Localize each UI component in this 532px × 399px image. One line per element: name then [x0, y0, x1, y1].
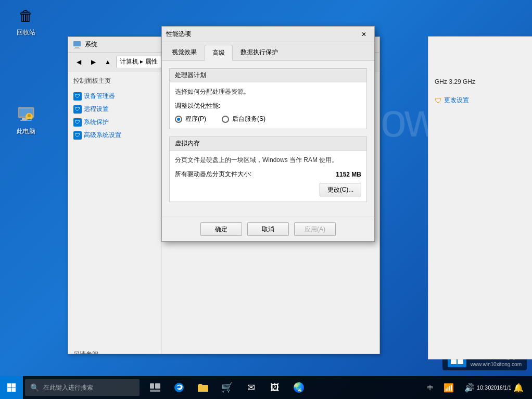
radio-background-label: 后台服务(S) [232, 115, 265, 123]
radio-background-circle [222, 116, 229, 123]
edge-icon [174, 382, 184, 393]
tab-visual-effects[interactable]: 视觉效果 [164, 44, 205, 60]
taskbar-extra[interactable]: 🌏 [287, 376, 310, 399]
recycle-bin-icon: 🗑 [16, 5, 36, 26]
processor-desc: 选择如何分配处理器资源。 [175, 88, 361, 96]
system-window-icon [72, 40, 82, 49]
dialog-titlebar: 性能选项 ✕ [162, 27, 374, 42]
svg-rect-15 [150, 390, 160, 392]
tab-advanced[interactable]: 高级 [205, 45, 233, 61]
processor-section: 处理器计划 选择如何分配处理器资源。 调整以优化性能: 程序(P) 后台服务(S… [169, 68, 367, 129]
change-settings-link[interactable]: 🛡 更改设置 [435, 96, 526, 105]
windows-logo-icon [7, 383, 16, 392]
this-pc-icon [16, 104, 36, 125]
search-icon: 🔍 [30, 383, 39, 392]
vm-section-content: 分页文件是硬盘上的一块区域，Windows 当作 RAM 使用。 所有驱动器总分… [170, 151, 366, 202]
taskbar-clock[interactable]: 10:30 2016/1/1 [481, 376, 507, 399]
svg-rect-10 [12, 383, 16, 388]
taskbar-file-explorer[interactable] [192, 376, 214, 399]
desktop-icon-this-pc[interactable]: 此电脑 [8, 104, 44, 136]
tab-dep[interactable]: 数据执行保护 [233, 44, 286, 60]
address-text: 计算机 ▸ 属性 [120, 57, 158, 66]
clock-time: 10:30 [477, 384, 491, 391]
taskbar-notification[interactable]: 🔔 [509, 376, 528, 399]
see-also-title: 另请参阅 [73, 350, 156, 354]
taskbar-icons: 🛒 ✉ 🖼 🌏 [144, 376, 310, 399]
vm-section-header: 虚拟内存 [170, 137, 366, 151]
win10-subtitle: www.win10xitong.com [471, 361, 522, 367]
shield-icon-3: 🛡 [73, 131, 82, 140]
search-bar[interactable]: 🔍 在此键入进行搜索 [25, 379, 140, 396]
back-button[interactable]: ◀ [72, 56, 85, 68]
change-settings-label: 更改设置 [444, 96, 469, 105]
svg-rect-14 [155, 383, 160, 389]
this-pc-label: 此电脑 [17, 127, 35, 136]
radio-programs-label: 程序(P) [185, 115, 206, 123]
svg-rect-6 [73, 41, 81, 46]
perf-dialog: 性能选项 ✕ 视觉效果 高级 数据执行保护 处理器计划 选择如何分配处理器资源。… [161, 26, 375, 242]
processor-section-content: 选择如何分配处理器资源。 调整以优化性能: 程序(P) 后台服务(S) [170, 82, 366, 129]
svg-rect-13 [150, 383, 154, 389]
radio-programs-circle [175, 116, 182, 123]
shield-icon-1: 🛡 [73, 105, 82, 114]
clock-date: 2016/1/1 [491, 384, 511, 391]
taskbar-task-view[interactable] [144, 376, 167, 399]
svg-point-5 [28, 114, 31, 117]
svg-rect-8 [74, 48, 80, 48]
dialog-body: 处理器计划 选择如何分配处理器资源。 调整以优化性能: 程序(P) 后台服务(S… [162, 61, 374, 217]
taskbar-mail[interactable]: ✉ [239, 376, 262, 399]
window-sidebar: 控制面板主页 🛡 设备管理器 🛡 远程设置 🛡 系统保护 🛡 高级系统设置 [68, 71, 162, 354]
taskbar-right: 中 📶 🔊 10:30 2016/1/1 🔔 [423, 376, 532, 399]
sidebar-link-label-2: 系统保护 [84, 118, 109, 127]
taskbar-edge-browser[interactable] [168, 376, 191, 399]
vm-desc: 分页文件是硬盘上的一块区域，Windows 当作 RAM 使用。 [175, 156, 361, 165]
taskbar-language[interactable]: 中 [423, 376, 437, 399]
task-view-icon [150, 383, 160, 392]
up-button[interactable]: ▲ [102, 56, 114, 68]
taskbar: 🔍 在此键入进行搜索 [0, 376, 532, 399]
cancel-button[interactable]: 取消 [247, 222, 289, 236]
processor-section-header: 处理器计划 [170, 69, 366, 82]
recycle-bin-label: 回收站 [17, 28, 35, 37]
sidebar-link-remote[interactable]: 🛡 远程设置 [73, 103, 156, 116]
taskbar-photos[interactable]: 🖼 [263, 376, 286, 399]
apply-button[interactable]: 应用(A) [294, 222, 336, 236]
sidebar-link-label-3: 高级系统设置 [84, 131, 121, 140]
sidebar-link-advanced[interactable]: 🛡 高级系统设置 [73, 129, 156, 142]
vm-size-row: 所有驱动器总分页文件大小: 1152 MB [175, 170, 361, 179]
radio-row: 程序(P) 后台服务(S) [175, 115, 361, 123]
shield-icon-2: 🛡 [73, 118, 82, 127]
desktop: ows 10 🗑 回收站 此电脑 GHz 3.29 GHz 🛡 更改设置 [0, 0, 532, 399]
processor-sub-label: 调整以优化性能: [175, 102, 361, 110]
sidebar-title: 控制面板主页 [73, 77, 156, 85]
sidebar-link-label-0: 设备管理器 [84, 92, 115, 101]
svg-rect-11 [7, 388, 11, 392]
radio-background[interactable]: 后台服务(S) [222, 115, 265, 123]
dialog-title-text: 性能选项 [166, 30, 358, 39]
sidebar-link-label-1: 远程设置 [84, 105, 109, 114]
sidebar-link-protection[interactable]: 🛡 系统保护 [73, 116, 156, 129]
shield-icon-0: 🛡 [73, 92, 82, 101]
sidebar-link-device-manager[interactable]: 🛡 设备管理器 [73, 90, 156, 103]
ok-button[interactable]: 确定 [200, 222, 242, 236]
forward-button[interactable]: ▶ [87, 56, 99, 68]
vm-label: 所有驱动器总分页文件大小: [175, 170, 251, 179]
cpu-info: GHz 3.29 GHz [435, 78, 526, 85]
dialog-tabs: 视觉效果 高级 数据执行保护 [162, 42, 374, 61]
taskbar-store[interactable]: 🛒 [216, 376, 238, 399]
dialog-close-button[interactable]: ✕ [358, 29, 370, 40]
folder-icon [198, 383, 208, 392]
radio-programs[interactable]: 程序(P) [175, 115, 206, 123]
taskbar-volume[interactable]: 🔊 [460, 376, 479, 399]
virtual-memory-section: 虚拟内存 分页文件是硬盘上的一块区域，Windows 当作 RAM 使用。 所有… [169, 136, 367, 202]
desktop-icon-recycle-bin[interactable]: 🗑 回收站 [8, 5, 44, 37]
vm-value: 1152 MB [336, 171, 361, 178]
taskbar-network[interactable]: 📶 [439, 376, 458, 399]
change-vm-button[interactable]: 更改(C)... [320, 183, 361, 196]
svg-rect-17 [198, 386, 208, 392]
start-button[interactable] [0, 376, 23, 399]
search-placeholder: 在此键入进行搜索 [43, 383, 93, 392]
shield-icon: 🛡 [435, 96, 442, 105]
system-info-panel: GHz 3.29 GHz 🛡 更改设置 [428, 36, 532, 359]
svg-rect-9 [7, 383, 11, 388]
